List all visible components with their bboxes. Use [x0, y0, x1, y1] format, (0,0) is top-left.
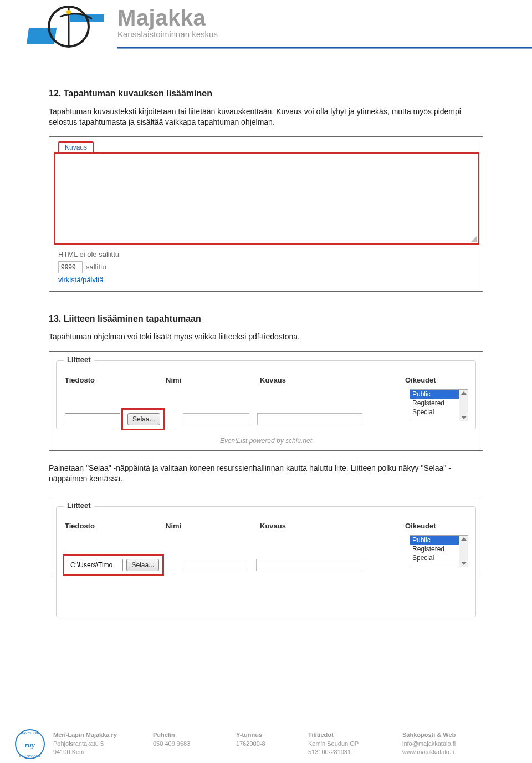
footer-phone: 050 409 9683: [153, 740, 224, 748]
footer-col-ytunnus: Y-tunnus 1762900-8: [236, 731, 308, 756]
svg-text:ray: ray: [25, 741, 35, 749]
browse-button-2[interactable]: Selaa...: [126, 559, 159, 571]
powered-by-label: EventList powered by schlu.net: [49, 437, 483, 445]
footer-web-h: Sähköposti & Web: [402, 731, 490, 739]
brand-title: Majakka: [117, 6, 218, 30]
kuvaus-tab[interactable]: Kuvaus: [58, 141, 94, 154]
footer-tili-h: Tilitiedot: [308, 731, 390, 739]
footer-org-name: Meri-Lapin Majakka ry: [53, 731, 141, 739]
logo: [27, 4, 110, 49]
footer-col-phone: Puhelin 050 409 9683: [153, 731, 236, 756]
html-not-allowed-label: HTML ei ole sallittu: [58, 250, 119, 258]
col-nimi: Nimi: [166, 376, 260, 384]
liitteet-legend: Liitteet: [64, 355, 94, 364]
col-kuvaus-2: Kuvaus: [260, 522, 405, 530]
selaa-highlight: Selaa...: [121, 408, 165, 430]
footer-col-web: Sähköposti & Web info@majakkatalo.fi www…: [402, 731, 502, 756]
section-12-heading: 12. Tapahtuman kuvauksen lisääminen: [49, 89, 483, 99]
col-nimi-2: Nimi: [166, 522, 260, 530]
footer-addr2: 94100 Kemi: [53, 748, 141, 756]
col-tiedosto: Tiedosto: [49, 376, 166, 384]
screenshot-liitteet-empty: Liitteet Tiedosto Nimi Kuvaus Oikeudet P…: [49, 351, 483, 451]
footer-col-org: Meri-Lapin Majakka ry Pohjoisrantakatu 5…: [53, 731, 153, 756]
col-tiedosto-2: Tiedosto: [49, 522, 166, 530]
col-kuvaus: Kuvaus: [260, 376, 405, 384]
footer-phone-h: Puhelin: [153, 731, 224, 739]
file-path-input-2[interactable]: [68, 559, 123, 571]
attachment-desc-input-2[interactable]: [256, 559, 361, 571]
page-header: Majakka Kansalaistoiminnan keskus: [0, 0, 532, 17]
footer-col-tili: Tilitiedot Kemin Seudun OP 513100-281031: [308, 731, 402, 756]
footer-tili1: Kemin Seudun OP: [308, 740, 390, 748]
file-path-input[interactable]: [65, 413, 120, 425]
section-12-body: Tapahtuman kuvausteksti kirjoitetaan tai…: [49, 106, 483, 128]
char-count-label: sallittu: [86, 263, 106, 271]
attachment-name-input[interactable]: [183, 413, 249, 425]
footer-tili2: 513100-281031: [308, 748, 390, 756]
footer-yt-h: Y-tunnus: [236, 731, 296, 739]
page-footer: ray RAY TUKEE RAY STÖDER Meri-Lapin Maja…: [0, 728, 532, 759]
refresh-link[interactable]: virkistä/päivitä: [58, 276, 104, 284]
col-oikeudet-2: Oikeudet: [405, 522, 483, 530]
kuvaus-textarea[interactable]: [54, 152, 479, 245]
attachment-name-input-2[interactable]: [182, 559, 248, 571]
footer-email: info@majakkatalo.fi: [402, 740, 490, 748]
screenshot-kuvaus-editor: Kuvaus HTML ei ole sallittu sallittu vir…: [49, 136, 483, 292]
section-13-heading: 13. Liitteen lisääminen tapahtumaan: [49, 314, 483, 324]
screenshot-liitteet-filled: Liitteet Tiedosto Nimi Kuvaus Oikeudet P…: [49, 497, 483, 574]
section-13-body2: Painetaan "Selaa" -näppäintä ja valitaan…: [49, 463, 483, 484]
footer-url: www.majakkatalo.fi: [402, 748, 490, 756]
header-divider: [117, 47, 532, 49]
footer-addr1: Pohjoisrantakatu 5: [53, 740, 141, 748]
svg-text:RAY STÖDER: RAY STÖDER: [19, 755, 41, 758]
section-13-body1: Tapahtuman ohjelman voi toki lisätä myös…: [49, 332, 483, 342]
browse-button[interactable]: Selaa...: [127, 413, 160, 425]
liitteet-legend-2: Liitteet: [64, 501, 94, 510]
col-oikeudet: Oikeudet: [405, 376, 483, 384]
attachment-desc-input[interactable]: [257, 413, 362, 425]
resize-handle-icon[interactable]: [469, 235, 477, 242]
brand-subtitle: Kansalaistoiminnan keskus: [117, 29, 218, 39]
footer-yt: 1762900-8: [236, 740, 296, 748]
svg-point-3: [66, 10, 71, 14]
char-count-input[interactable]: [58, 261, 83, 273]
brand-text: Majakka Kansalaistoiminnan keskus: [117, 6, 218, 39]
ray-badge-icon: ray RAY TUKEE RAY STÖDER: [13, 728, 47, 761]
svg-text:RAY TUKEE: RAY TUKEE: [21, 731, 39, 735]
file-row-highlight: Selaa...: [63, 554, 164, 576]
